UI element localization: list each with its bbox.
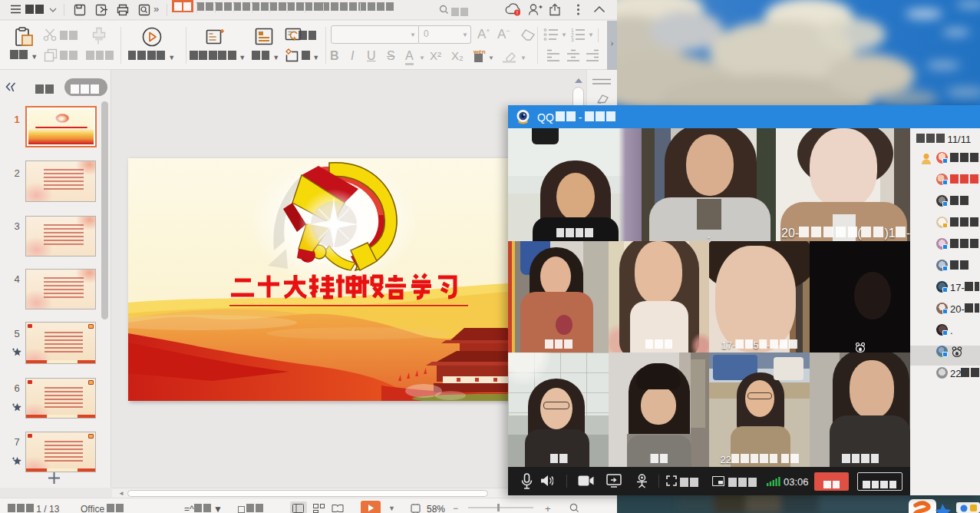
svg-text:!: ! — [516, 10, 518, 15]
svg-text:3: 3 — [571, 37, 574, 42]
